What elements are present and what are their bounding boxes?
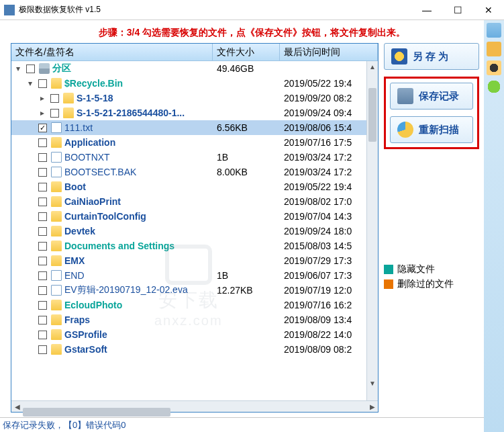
checkbox[interactable]: [38, 168, 47, 177]
checkbox[interactable]: [38, 138, 47, 147]
file-icon: [51, 285, 62, 296]
checkbox[interactable]: [38, 345, 47, 354]
expander-icon[interactable]: ▾: [14, 64, 22, 73]
file-name: 分区: [52, 62, 71, 75]
file-name: EMX: [64, 255, 85, 266]
status-bar: 保存记录失败，【0】错误代码0: [0, 417, 484, 432]
checkbox[interactable]: [38, 286, 47, 295]
scroll-down-arrow[interactable]: ▼: [367, 378, 378, 389]
instruction-text: 步骤：3/4 勾选需要恢复的文件，点《保存文件》按钮，将文件复制出来。: [0, 20, 504, 43]
table-row[interactable]: Boot2019/05/22 19:4: [11, 179, 378, 194]
file-name: S-1-5-18: [77, 93, 113, 103]
file-name: GstarSoft: [64, 344, 107, 355]
maximize-button[interactable]: ☐: [442, 0, 473, 20]
file-name: CaiNiaoPrint: [64, 196, 121, 207]
file-date: 2019/07/16 17:5: [280, 137, 378, 148]
file-name: BOOTSECT.BAK: [64, 167, 136, 177]
vertical-scrollbar[interactable]: ▲ ▼: [366, 61, 378, 400]
file-date: 2019/07/04 14:3: [280, 211, 378, 222]
file-tree[interactable]: ▾分区49.46GB▾$Recycle.Bin2019/05/22 19:4▸S…: [11, 61, 378, 400]
checkbox[interactable]: [38, 79, 47, 88]
right-pane: 另 存 为 保存记录 重新扫描 隐藏文件 删除过的文件: [379, 43, 479, 413]
table-row[interactable]: ▾$Recycle.Bin2019/05/22 19:4: [11, 76, 378, 91]
file-date: 2019/05/22 19:4: [280, 181, 378, 192]
horizontal-scrollbar[interactable]: ◀ ▶: [11, 400, 378, 412]
table-row[interactable]: Application2019/07/16 17:5: [11, 135, 378, 150]
table-row[interactable]: Documents and Settings2015/08/03 14:5: [11, 239, 378, 253]
file-date: 2019/07/29 17:3: [280, 255, 378, 266]
file-name: S-1-5-21-2186544480-1...: [77, 107, 185, 118]
column-date[interactable]: 最后访问时间: [280, 44, 378, 60]
column-name[interactable]: 文件名/盘符名: [11, 44, 213, 60]
table-row[interactable]: Fraps2019/08/09 13:4: [11, 312, 378, 327]
scroll-thumb[interactable]: [368, 88, 376, 142]
legend-swatch-orange: [384, 279, 393, 289]
file-icon: [51, 167, 62, 177]
scroll-left-arrow[interactable]: ◀: [11, 403, 23, 411]
table-row[interactable]: EcloudPhoto2019/07/16 16:2: [11, 298, 378, 312]
table-row[interactable]: CurtainToolConfig2019/07/04 14:3: [11, 209, 378, 224]
table-row[interactable]: BOOTNXT1B2019/03/24 17:2: [11, 150, 378, 165]
file-name: END: [64, 270, 85, 281]
table-row[interactable]: CaiNiaoPrint2019/08/02 17:0: [11, 194, 378, 209]
table-row[interactable]: 111.txt6.56KB2019/08/06 15:4: [11, 120, 378, 135]
table-row[interactable]: EV剪辑-20190719_12-02.eva12.27KB2019/07/19…: [11, 283, 378, 298]
checkbox[interactable]: [38, 271, 47, 280]
minimize-button[interactable]: —: [411, 0, 442, 20]
checkbox[interactable]: [38, 242, 47, 251]
checkbox[interactable]: [38, 198, 47, 206]
table-row[interactable]: ▸S-1-5-182019/09/20 08:2: [11, 91, 378, 105]
file-date: 2019/03/24 17:2: [280, 167, 378, 177]
file-size: 1B: [213, 152, 280, 163]
checkbox[interactable]: [26, 64, 35, 73]
checkbox[interactable]: [38, 212, 47, 221]
checkbox[interactable]: [50, 94, 59, 103]
legend-deleted: 删除过的文件: [384, 278, 479, 290]
close-button[interactable]: ✕: [473, 0, 504, 20]
file-date: 2019/08/22 14:0: [280, 329, 378, 340]
side-icon-1[interactable]: [487, 23, 501, 38]
checkbox[interactable]: [38, 257, 47, 265]
folder-icon: [51, 78, 62, 89]
table-row[interactable]: GSProfile2019/08/22 14:0: [11, 327, 378, 342]
checkbox[interactable]: [38, 301, 47, 310]
rescan-icon: [397, 122, 413, 138]
folder-icon: [51, 137, 62, 148]
column-size[interactable]: 文件大小: [213, 44, 280, 60]
red-highlight-frame: 保存记录 重新扫描: [384, 77, 479, 149]
scroll-up-arrow[interactable]: ▲: [367, 61, 378, 73]
table-row[interactable]: END1B2019/06/07 17:3: [11, 268, 378, 283]
checkbox[interactable]: [38, 124, 47, 132]
folder-icon: [51, 196, 62, 207]
folder-icon: [51, 314, 62, 325]
rescan-button[interactable]: 重新扫描: [390, 116, 473, 143]
save-record-button[interactable]: 保存记录: [390, 83, 473, 110]
table-row[interactable]: GstarSoft2019/08/09 08:2: [11, 342, 378, 357]
checkbox[interactable]: [38, 331, 47, 339]
table-row[interactable]: BOOTSECT.BAK8.00KB2019/03/24 17:2: [11, 165, 378, 179]
folder-icon: [51, 255, 62, 266]
expander-icon[interactable]: ▾: [26, 79, 34, 87]
hscroll-thumb[interactable]: [23, 408, 170, 417]
file-date: 2019/08/09 08:2: [280, 344, 378, 355]
table-row[interactable]: EMX2019/07/29 17:3: [11, 253, 378, 268]
table-header: 文件名/盘符名 文件大小 最后访问时间: [11, 44, 378, 61]
table-row[interactable]: ▸S-1-5-21-2186544480-1...2019/09/24 09:4: [11, 105, 378, 120]
file-date: 2019/07/16 16:2: [280, 300, 378, 310]
file-date: 2019/08/06 15:4: [280, 122, 378, 133]
checkbox[interactable]: [38, 153, 47, 162]
file-date: 2019/09/20 08:2: [280, 93, 378, 103]
file-name: EcloudPhoto: [64, 300, 122, 310]
rescan-label: 重新扫描: [419, 124, 459, 136]
checkbox[interactable]: [50, 109, 59, 118]
file-date: 2019/03/24 17:2: [280, 152, 378, 163]
expander-icon[interactable]: ▸: [38, 94, 46, 102]
checkbox[interactable]: [38, 183, 47, 191]
checkbox[interactable]: [38, 316, 47, 325]
scroll-right-arrow[interactable]: ▶: [366, 403, 378, 411]
checkbox[interactable]: [38, 227, 47, 236]
table-row[interactable]: Devtek2019/09/24 18:0: [11, 224, 378, 239]
expander-icon[interactable]: ▸: [38, 109, 46, 117]
save-as-button[interactable]: 另 存 为: [384, 43, 479, 70]
table-row[interactable]: ▾分区49.46GB: [11, 61, 378, 76]
